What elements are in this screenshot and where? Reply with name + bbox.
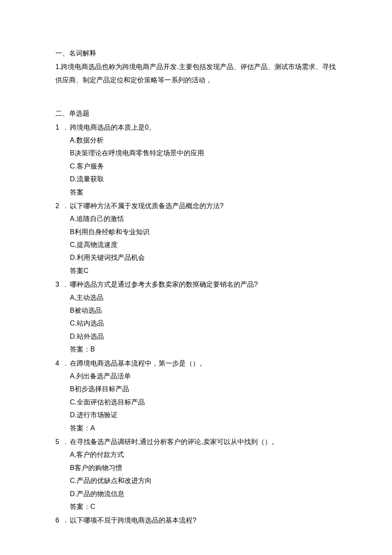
answer: 答案：C xyxy=(55,500,341,513)
section-1-title: 一、名词解释 xyxy=(55,47,341,60)
question-header: 2 . 以下哪种方法不属于发现优质备选产品概念的方法? xyxy=(55,200,341,212)
answer: 答案C xyxy=(55,264,341,277)
option-a: A,主动选品 xyxy=(55,291,341,304)
question-header: 4 . 在蹲境电商选品基本流程中，第一步是（）。 xyxy=(55,357,341,370)
question-dot: . xyxy=(61,436,70,448)
answer: 答案：A xyxy=(55,422,341,435)
option-c: C.客户服务 xyxy=(55,160,341,173)
question-6: 6 . 以下哪项不屈于跨境电商选品的基本流程? xyxy=(55,514,341,527)
option-b: B被动选品 xyxy=(55,304,341,317)
option-c: C.产品的优缺点和改进方向 xyxy=(55,474,341,487)
definition-1: 1.跨境电商选品也称为跨境电商产品开发.主要包括发现产品、评估产品、测试市场需求… xyxy=(55,61,341,87)
option-d: D.利用关键词找产品机会 xyxy=(55,251,341,264)
question-2: 2 . 以下哪种方法不属于发现优质备选产品概念的方法? A.追随自己的激恬 B利… xyxy=(55,200,341,277)
question-header: 6 . 以下哪项不屈于跨境电商选品的基本流程? xyxy=(55,514,341,527)
question-text: 在寻找备选产品调研时,通过分析客户的评论,卖家可以从中找到（）。 xyxy=(70,436,341,448)
question-text: 在蹲境电商选品基本流程中，第一步是（）。 xyxy=(70,357,341,370)
option-a: A.追随自己的激恬 xyxy=(55,212,341,225)
option-a: A,客户的付款方式 xyxy=(55,448,341,461)
option-d: D.流量获取 xyxy=(55,173,341,186)
option-d: D.进行市场验证 xyxy=(55,409,341,421)
question-3: 3 . 哪种选品方式是通过参考大多数卖家的数抠确定要销名的产品? A,主动选品 … xyxy=(55,278,341,356)
question-4: 4 . 在蹲境电商选品基本流程中，第一步是（）。 A.列出备选产品活单 B初步选… xyxy=(55,357,341,435)
question-number: 2 xyxy=(55,200,61,212)
section-1: 一、名词解释 1.跨境电商选品也称为跨境电商产品开发.主要包括发现产品、评估产品… xyxy=(55,47,341,87)
option-c: C.全面评估初选目标产品 xyxy=(55,396,341,409)
option-c: C,提高物流速度 xyxy=(55,238,341,251)
option-d: D.产品的物流信息 xyxy=(55,488,341,500)
question-number: 1 xyxy=(55,121,61,134)
answer: 答案 xyxy=(55,186,341,199)
section-2-title: 二、单选题 xyxy=(55,107,341,120)
question-dot: . xyxy=(61,514,70,527)
question-5: 5 . 在寻找备选产品调研时,通过分析客户的评论,卖家可以从中找到（）。 A,客… xyxy=(55,436,341,513)
question-number: 4 xyxy=(55,357,61,370)
option-b: B决策理论在呼境电商零售特定场景中的应用 xyxy=(55,147,341,160)
question-dot: . xyxy=(61,121,70,134)
question-1: 1 . 跨境电商选品的本质上是0。 A.数据分析 B决策理论在呼境电商零售特定场… xyxy=(55,121,341,199)
question-dot: . xyxy=(61,278,70,291)
question-text: 哪种选品方式是通过参考大多数卖家的数抠确定要销名的产品? xyxy=(70,278,341,291)
option-a: A.列出备选产品活单 xyxy=(55,370,341,383)
option-b: B客户的购物习惯 xyxy=(55,462,341,474)
question-number: 6 xyxy=(55,514,61,527)
question-text: 以下哪项不屈于跨境电商选品的基本流程? xyxy=(70,514,341,527)
question-header: 3 . 哪种选品方式是通过参考大多数卖家的数抠确定要销名的产品? xyxy=(55,278,341,291)
option-d: D.站外选品 xyxy=(55,330,341,343)
question-header: 1 . 跨境电商选品的本质上是0。 xyxy=(55,121,341,134)
question-number: 3 xyxy=(55,278,61,291)
question-list: 1 . 跨境电商选品的本质上是0。 A.数据分析 B决策理论在呼境电商零售特定场… xyxy=(55,121,341,527)
option-b: B利用自身经畛和专业知识 xyxy=(55,226,341,238)
option-a: A.数据分析 xyxy=(55,134,341,147)
option-b: B初步选择目标产品 xyxy=(55,383,341,395)
option-c: C.站内选品 xyxy=(55,317,341,330)
question-text: 以下哪种方法不属于发现优质备选产品概念的方法? xyxy=(70,200,341,212)
question-text: 跨境电商选品的本质上是0。 xyxy=(70,121,341,134)
answer: 答案：B xyxy=(55,343,341,356)
question-header: 5 . 在寻找备选产品调研时,通过分析客户的评论,卖家可以从中找到（）。 xyxy=(55,436,341,448)
question-dot: . xyxy=(61,357,70,370)
question-number: 5 xyxy=(55,436,61,448)
question-dot: . xyxy=(61,200,70,212)
section-2: 二、单选题 1 . 跨境电商选品的本质上是0。 A.数据分析 B决策理论在呼境电… xyxy=(55,107,341,527)
